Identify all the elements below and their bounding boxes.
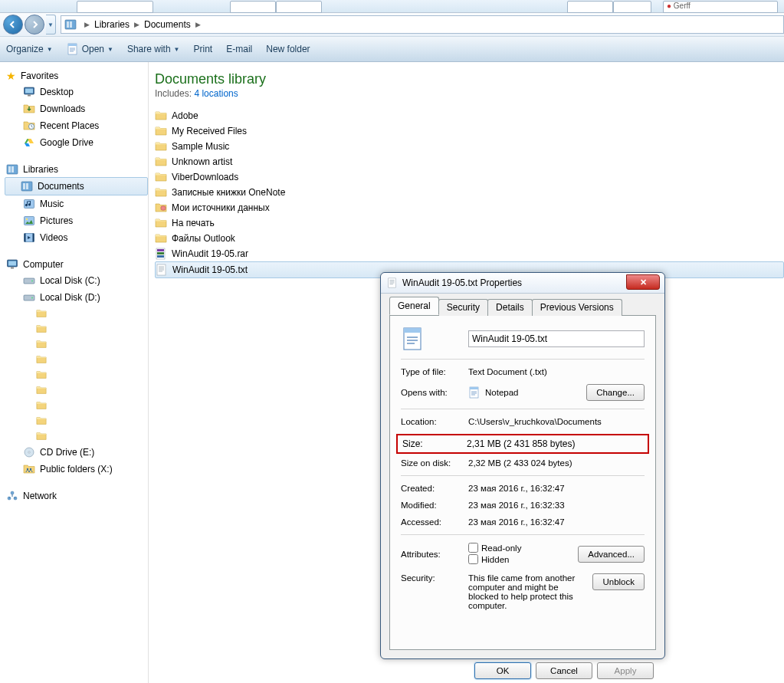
documents-icon bbox=[21, 180, 33, 192]
size-value: 2,31 MB (2 431 858 bytes) bbox=[467, 438, 646, 449]
tree-subfolder[interactable] bbox=[6, 306, 148, 321]
crumb-documents[interactable]: Documents bbox=[144, 19, 191, 30]
file-name: Мои источники данных bbox=[172, 202, 270, 213]
properties-dialog: WinAudit 19-05.txt Properties ✕ General … bbox=[380, 272, 665, 659]
file-item[interactable]: Adobe bbox=[155, 108, 784, 123]
file-item[interactable]: Мои источники данных bbox=[155, 200, 784, 215]
tree-subfolder[interactable] bbox=[6, 321, 148, 337]
folder-icon bbox=[35, 431, 48, 442]
share-menu[interactable]: Share with▼ bbox=[127, 44, 180, 54]
file-item[interactable]: My Received Files bbox=[155, 123, 784, 139]
libraries-icon bbox=[64, 18, 77, 31]
sidebar-item-documents[interactable]: Documents bbox=[5, 177, 148, 195]
crumb-libraries[interactable]: Libraries bbox=[94, 19, 130, 30]
folder-icon bbox=[35, 415, 48, 426]
dialog-title-text: WinAudit 19-05.txt Properties bbox=[402, 277, 522, 288]
folder-icon bbox=[155, 125, 167, 137]
print-button[interactable]: Print bbox=[194, 44, 213, 54]
file-name: Sample Music bbox=[172, 141, 229, 152]
folder-icon bbox=[155, 110, 167, 122]
folder-icon bbox=[35, 369, 48, 380]
type-value: Text Document (.txt) bbox=[468, 367, 645, 376]
sidebar-item-pictures[interactable]: Pictures bbox=[6, 212, 148, 229]
folder-icon bbox=[35, 400, 48, 411]
notepad-icon bbox=[468, 386, 481, 399]
file-item[interactable]: Unknown artist bbox=[155, 154, 784, 169]
tab-security[interactable]: Security bbox=[438, 299, 488, 316]
location-value: C:\Users\v_kruchkova\Documents bbox=[468, 417, 645, 426]
apply-button[interactable]: Apply bbox=[597, 662, 654, 679]
created-value: 23 мая 2016 г., 16:32:47 bbox=[468, 484, 645, 493]
file-name: Adobe bbox=[172, 110, 198, 121]
sidebar-item-recent[interactable]: Recent Places bbox=[6, 117, 148, 134]
folder-icon bbox=[35, 308, 48, 319]
sidebar-item-disk-d[interactable]: Local Disk (D:) bbox=[6, 289, 148, 306]
file-item[interactable]: Записные книжки OneNote bbox=[155, 185, 784, 200]
network-icon bbox=[6, 490, 18, 502]
tree-subfolder[interactable] bbox=[6, 429, 148, 444]
folder-icon bbox=[155, 171, 167, 183]
folder-icon bbox=[155, 217, 167, 229]
folder-icon bbox=[155, 232, 167, 245]
change-button[interactable]: Change... bbox=[586, 384, 645, 401]
file-name: Unknown artist bbox=[172, 156, 232, 167]
favorites-group[interactable]: ★Favorites bbox=[6, 68, 148, 84]
folder-icon bbox=[35, 339, 48, 350]
file-item[interactable]: Sample Music bbox=[155, 139, 784, 154]
sidebar-item-music[interactable]: Music bbox=[6, 195, 148, 212]
file-item[interactable]: Файлы Outlook bbox=[155, 231, 784, 246]
advanced-button[interactable]: Advanced... bbox=[578, 546, 645, 563]
sidebar-item-disk-c[interactable]: Local Disk (C:) bbox=[6, 272, 148, 289]
sidebar-item-videos[interactable]: Videos bbox=[6, 229, 148, 246]
hidden-checkbox[interactable]: Hidden bbox=[468, 554, 509, 564]
tree-subfolder[interactable] bbox=[6, 337, 148, 352]
readonly-checkbox[interactable]: Read-only bbox=[468, 543, 521, 553]
sizeondisk-value: 2,32 MB (2 433 024 bytes) bbox=[468, 458, 645, 468]
tree-subfolder[interactable] bbox=[6, 352, 148, 367]
libraries-group[interactable]: Libraries bbox=[6, 162, 148, 177]
file-name: На печать bbox=[172, 218, 215, 228]
file-name: ViberDownloads bbox=[172, 172, 238, 182]
cd-icon bbox=[23, 446, 35, 458]
folder-db-icon bbox=[155, 202, 167, 214]
breadcrumb[interactable]: ▶ Libraries ▶ Documents ▶ bbox=[61, 15, 784, 34]
folder-icon bbox=[155, 140, 167, 153]
tree-subfolder[interactable] bbox=[6, 367, 148, 383]
file-item[interactable]: ViberDownloads bbox=[155, 169, 784, 185]
sidebar-item-gdrive[interactable]: Google Drive bbox=[6, 134, 148, 151]
tree-subfolder[interactable] bbox=[6, 383, 148, 398]
sidebar-item-cd[interactable]: CD Drive (E:) bbox=[6, 444, 148, 461]
sidebar-item-desktop[interactable]: Desktop bbox=[6, 84, 148, 100]
tab-general[interactable]: General bbox=[389, 297, 439, 315]
network-group[interactable]: Network bbox=[6, 488, 148, 504]
tree-subfolder[interactable] bbox=[6, 413, 148, 429]
accessed-value: 23 мая 2016 г., 16:32:47 bbox=[468, 517, 645, 527]
organize-menu[interactable]: Organize▼ bbox=[6, 44, 53, 54]
dialog-titlebar[interactable]: WinAudit 19-05.txt Properties ✕ bbox=[381, 273, 664, 294]
ok-button[interactable]: OK bbox=[474, 662, 531, 679]
tab-previous[interactable]: Previous Versions bbox=[532, 299, 622, 316]
cancel-button[interactable]: Cancel bbox=[536, 662, 592, 679]
rar-icon bbox=[155, 248, 167, 260]
file-item[interactable]: На печать bbox=[155, 215, 784, 231]
tab-details[interactable]: Details bbox=[487, 299, 533, 316]
locations-link[interactable]: 4 locations bbox=[194, 88, 238, 99]
taskbar-tab[interactable]: Gerff bbox=[674, 2, 691, 10]
tree-subfolder[interactable] bbox=[6, 398, 148, 413]
nav-forward-button[interactable] bbox=[25, 15, 44, 34]
file-name: WinAudit 19-05.txt bbox=[172, 264, 248, 275]
computer-group[interactable]: Computer bbox=[6, 257, 148, 272]
filename-input[interactable] bbox=[468, 330, 645, 347]
newfolder-button[interactable]: New folder bbox=[266, 44, 310, 54]
nav-back-button[interactable] bbox=[3, 15, 23, 34]
size-highlight: Size:2,31 MB (2 431 858 bytes) bbox=[396, 434, 649, 454]
dialog-close-button[interactable]: ✕ bbox=[626, 274, 660, 290]
sidebar-item-public[interactable]: Public folders (X:) bbox=[6, 461, 148, 478]
file-item[interactable]: WinAudit 19-05.rar bbox=[155, 246, 784, 261]
downloads-icon bbox=[23, 103, 35, 115]
sidebar-item-downloads[interactable]: Downloads bbox=[6, 100, 148, 117]
email-button[interactable]: E-mail bbox=[226, 44, 252, 54]
nav-history-dropdown[interactable]: ▼ bbox=[46, 15, 56, 34]
open-menu[interactable]: Open▼ bbox=[67, 43, 113, 55]
unblock-button[interactable]: Unblock bbox=[592, 573, 645, 590]
